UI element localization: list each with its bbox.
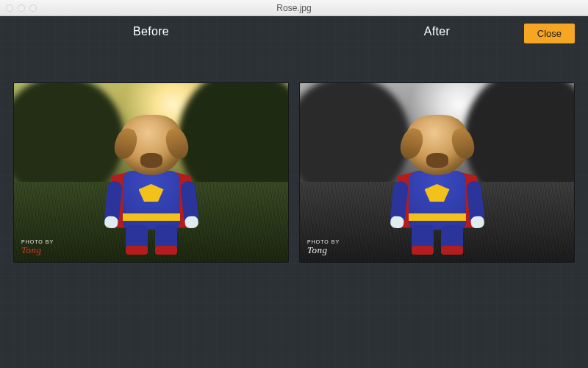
close-button[interactable]: Close xyxy=(524,24,575,43)
traffic-lights xyxy=(0,4,37,12)
before-label: Before xyxy=(13,25,289,38)
watermark: PHOTO BY Tong xyxy=(307,239,340,256)
window-titlebar: Rose.jpg xyxy=(0,0,588,16)
subject-dog-costume xyxy=(386,115,489,255)
zoom-window-icon[interactable] xyxy=(29,4,37,12)
comparison-workspace: Before After Close PHOTO BY xyxy=(0,16,588,368)
before-image: PHOTO BY Tong xyxy=(14,83,288,262)
after-image-panel: PHOTO BY Tong xyxy=(299,82,575,263)
window-title: Rose.jpg xyxy=(0,3,588,13)
subject-dog-costume xyxy=(100,115,203,255)
before-image-panel: PHOTO BY Tong xyxy=(13,82,289,263)
close-window-icon[interactable] xyxy=(6,4,13,12)
minimize-window-icon[interactable] xyxy=(18,4,25,12)
after-label: After xyxy=(424,25,450,38)
after-image: PHOTO BY Tong xyxy=(300,83,574,262)
watermark: PHOTO BY Tong xyxy=(21,239,54,256)
